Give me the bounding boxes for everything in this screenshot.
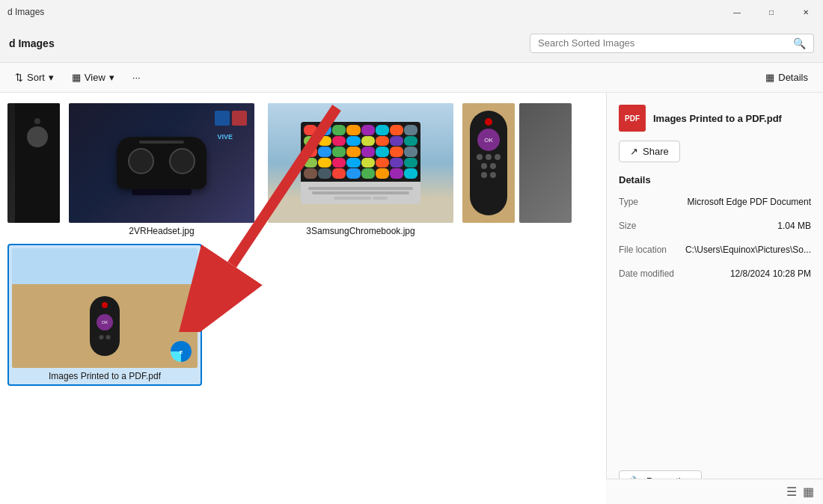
more-options-button[interactable]: ··· bbox=[125, 69, 148, 86]
file-grid: VIVE 2VRHeadset.jpg bbox=[0, 93, 606, 504]
remote-partial-thumb: OK bbox=[462, 103, 515, 223]
detail-row-location: File location C:\Users\Equinox\Pictures\… bbox=[619, 242, 811, 257]
details-icon: ▦ bbox=[765, 72, 774, 83]
view-button[interactable]: ▦ View ▾ bbox=[64, 69, 122, 86]
partial-bottom-left-item[interactable] bbox=[519, 100, 572, 239]
close-button[interactable]: ✕ bbox=[789, 0, 823, 24]
bottom-toolbar: ☰ ▦ bbox=[606, 479, 823, 504]
sort-button[interactable]: ⇅ Sort ▾ bbox=[7, 69, 61, 86]
detail-row-modified: Date modified 12/8/2024 10:28 PM bbox=[619, 266, 811, 281]
window-title: d Images bbox=[9, 37, 524, 49]
content-area: VIVE 2VRHeadset.jpg bbox=[0, 93, 823, 504]
grid-view-icon[interactable]: ▦ bbox=[803, 485, 814, 499]
remote-partial-right-item[interactable]: OK bbox=[462, 100, 515, 239]
vr-headset-label: 2VRHeadset.jpg bbox=[129, 226, 194, 236]
sort-chevron-icon: ▾ bbox=[49, 72, 54, 83]
toolbar: ⇅ Sort ▾ ▦ View ▾ ··· ▦ Details bbox=[0, 63, 823, 93]
pdf-item[interactable]: OK e Images Printed to a PDF.pdf bbox=[7, 244, 202, 386]
view-icon: ▦ bbox=[72, 72, 81, 83]
details-panel: PDF Images Printed to a PDF.pdf ↗ Share … bbox=[606, 93, 823, 504]
detail-key-location: File location bbox=[619, 245, 667, 255]
sort-label: Sort bbox=[27, 72, 45, 83]
titlebar-title: d Images bbox=[7, 7, 44, 17]
more-icon: ··· bbox=[132, 72, 141, 83]
chromebook-item[interactable]: 3SamsungChromebook.jpg bbox=[263, 100, 458, 239]
details-button[interactable]: ▦ Details bbox=[758, 69, 816, 86]
detail-value-size: 1.04 MB bbox=[777, 221, 811, 231]
titlebar: d Images — □ ✕ bbox=[0, 0, 823, 24]
partial-left-top-item[interactable] bbox=[7, 100, 60, 239]
search-icon: 🔍 bbox=[793, 37, 806, 49]
share-icon: ↗ bbox=[630, 146, 638, 157]
detail-value-type: Microsoft Edge PDF Document bbox=[688, 197, 811, 207]
pdf-thumb: OK e bbox=[12, 248, 198, 368]
partial-bottom-thumb bbox=[519, 103, 572, 223]
sort-icon: ⇅ bbox=[15, 72, 23, 83]
details-label: Details bbox=[778, 72, 808, 83]
detail-row-type: Type Microsoft Edge PDF Document bbox=[619, 194, 811, 209]
titlebar-controls: — □ ✕ bbox=[720, 0, 823, 24]
view-chevron-icon: ▾ bbox=[109, 72, 114, 83]
detail-key-modified: Date modified bbox=[619, 268, 674, 279]
maximize-button[interactable]: □ bbox=[754, 0, 789, 24]
detail-value-location: C:\Users\Equinox\Pictures\So... bbox=[685, 245, 811, 255]
share-button[interactable]: ↗ Share bbox=[619, 141, 680, 162]
partial-thumb-top bbox=[7, 103, 60, 223]
detail-key-type: Type bbox=[619, 197, 638, 207]
vr-headset-item[interactable]: VIVE 2VRHeadset.jpg bbox=[64, 100, 259, 239]
detail-row-size: Size 1.04 MB bbox=[619, 218, 811, 233]
detail-key-size: Size bbox=[619, 221, 636, 231]
list-view-icon[interactable]: ☰ bbox=[786, 485, 797, 499]
detail-file-header: PDF Images Printed to a PDF.pdf bbox=[619, 105, 811, 132]
chromebook-thumb bbox=[268, 103, 453, 223]
detail-filename: Images Printed to a PDF.pdf bbox=[653, 113, 811, 124]
detail-value-modified: 12/8/2024 10:28 PM bbox=[730, 268, 811, 279]
vr-headset-thumb: VIVE bbox=[69, 103, 254, 223]
details-section-title: Details bbox=[619, 174, 811, 185]
search-box[interactable]: 🔍 bbox=[530, 34, 814, 53]
chromebook-label: 3SamsungChromebook.jpg bbox=[306, 226, 414, 236]
view-label: View bbox=[85, 72, 105, 83]
share-label: Share bbox=[643, 146, 669, 157]
pdf-file-icon: PDF bbox=[619, 105, 646, 132]
search-input[interactable] bbox=[538, 37, 789, 49]
minimize-button[interactable]: — bbox=[720, 0, 754, 24]
pdf-item-label: Images Printed to a PDF.pdf bbox=[49, 371, 161, 381]
navbar: d Images 🔍 bbox=[0, 24, 823, 63]
